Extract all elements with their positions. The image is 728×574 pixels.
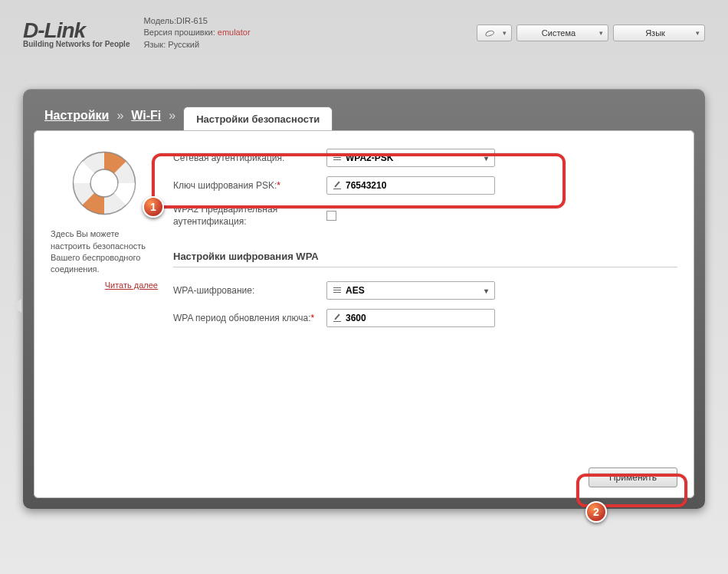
- pencil-icon: [333, 182, 341, 189]
- list-icon: [333, 155, 341, 161]
- preauth-label: WPA2 Предварительная аутентификация:: [173, 204, 326, 228]
- lifebuoy-icon: [70, 149, 139, 218]
- brand-logo: D-Link Building Networks for People: [23, 18, 130, 48]
- main-panel: Настройки » Wi-Fi » Настройки безопаснос…: [23, 89, 705, 509]
- rekey-label: WPA период обновления ключа:*: [173, 313, 326, 323]
- psk-label: Ключ шифрования PSK:*: [173, 180, 326, 191]
- form-area: Сетевая аутентификация: WPA2-PSK Ключ ши…: [173, 144, 677, 484]
- brand-tagline: Building Networks for People: [23, 40, 130, 48]
- read-more-link[interactable]: Читать далее: [51, 280, 158, 290]
- bulb-icon: [484, 29, 495, 38]
- collapse-arrow-icon[interactable]: [12, 299, 21, 313]
- psk-input[interactable]: 76543210: [326, 176, 495, 195]
- breadcrumb-root[interactable]: Настройки: [44, 109, 109, 130]
- system-dropdown[interactable]: Система: [516, 25, 608, 41]
- enc-label: WPA-шифрование:: [173, 285, 326, 296]
- auth-label: Сетевая аутентификация:: [173, 153, 326, 163]
- device-info: Модель:DIR-615 Версия прошивки: emulator…: [143, 15, 250, 51]
- firmware-link[interactable]: emulator: [218, 28, 251, 37]
- apply-button[interactable]: Применить: [589, 467, 677, 487]
- preauth-checkbox[interactable]: [326, 211, 336, 221]
- enc-select[interactable]: AES: [326, 281, 495, 300]
- breadcrumb: Настройки » Wi-Fi » Настройки безопаснос…: [34, 100, 694, 130]
- notifications-dropdown[interactable]: [477, 25, 512, 41]
- breadcrumb-wifi[interactable]: Wi-Fi: [131, 109, 161, 130]
- rekey-input[interactable]: 3600: [326, 309, 495, 327]
- help-text: Здесь Вы можете настроить безопасность В…: [51, 228, 158, 276]
- tab-security-settings[interactable]: Настройки безопасности: [183, 107, 333, 131]
- auth-select[interactable]: WPA2-PSK: [326, 149, 495, 167]
- pencil-icon: [333, 314, 341, 322]
- section-wpa-title: Настройки шифрования WPA: [173, 232, 677, 267]
- list-icon: [333, 287, 341, 294]
- language-dropdown[interactable]: Язык: [613, 25, 705, 41]
